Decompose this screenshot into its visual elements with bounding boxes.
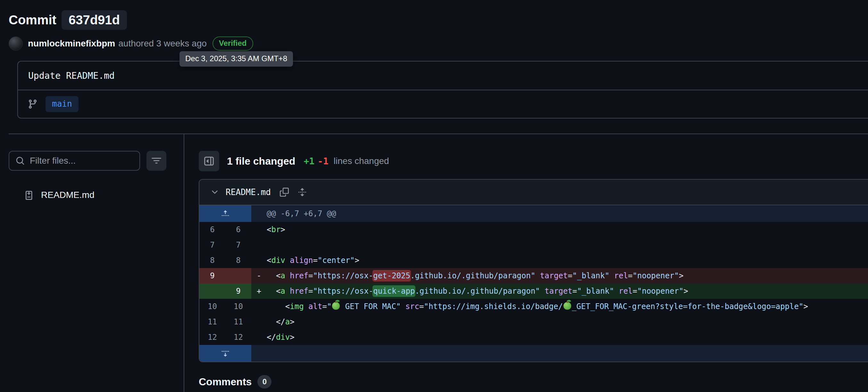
page-title: Commit 637d91d xyxy=(9,8,868,31)
copy-icon xyxy=(280,188,289,197)
sidebar-collapse-icon xyxy=(204,156,214,167)
code-line: </div> xyxy=(267,330,868,345)
new-line-number[interactable]: 6 xyxy=(225,222,251,237)
expand-row-filler xyxy=(251,345,868,362)
green-apple-emoji xyxy=(563,302,571,310)
diff-table: @@ -6,7 +6,7 @@ 66<br>7788<div align="ce… xyxy=(199,205,868,362)
fold-down-icon xyxy=(221,349,229,357)
diff-marker xyxy=(251,237,267,253)
filter-icon xyxy=(152,156,161,166)
diff-marker xyxy=(251,222,267,237)
commit-page: { "page": { "title_prefix": "Commit", "c… xyxy=(0,0,868,392)
new-line-number[interactable]: 10 xyxy=(225,299,251,314)
comments-count-badge: 0 xyxy=(257,375,272,389)
unfold-icon xyxy=(298,188,307,197)
comments-section-header: Comments 0 xyxy=(199,375,868,389)
old-line-number[interactable]: 8 xyxy=(199,253,225,268)
code-line: <a href="https://osx-get-2025.github.io/… xyxy=(267,268,868,284)
commit-message-card: Update README.md main xyxy=(17,61,868,119)
diff-line-context: 66<br> xyxy=(199,222,868,237)
new-line-number[interactable]: 11 xyxy=(225,314,251,330)
old-line-number[interactable]: 7 xyxy=(199,237,225,253)
code-line: <br> xyxy=(267,222,868,237)
file-diff-header: README.md xyxy=(199,180,868,205)
commit-branch-row: main xyxy=(18,90,868,118)
file-tree-sidebar: README.md xyxy=(0,134,184,392)
new-line-number[interactable]: 9 xyxy=(225,284,251,299)
hunk-header-text: @@ -6,7 +6,7 @@ xyxy=(251,205,336,222)
old-line-number[interactable]: 10 xyxy=(199,299,225,314)
diff-main-column: 1 file changed +1 -1 lines changed READM… xyxy=(184,134,868,392)
diff-line-context: 88<div align="center"> xyxy=(199,253,868,268)
page-title-prefix: Commit xyxy=(9,13,56,27)
diff-marker: + xyxy=(251,284,267,299)
verified-badge[interactable]: Verified xyxy=(213,36,253,51)
expand-all-button[interactable] xyxy=(298,188,307,197)
collapse-file-button[interactable] xyxy=(210,188,219,197)
diff-line-context: 1212</div> xyxy=(199,330,868,345)
file-tree-item-label: README.md xyxy=(41,190,94,200)
diff-rows: 66<br>7788<div align="center">9- <a href… xyxy=(199,222,868,345)
diff-line-context: 1010 <img alt=" GET FOR MAC" src="https:… xyxy=(199,299,868,314)
diff-line-context: 77 xyxy=(199,237,868,253)
diff-marker xyxy=(251,314,267,330)
code-line: <div align="center"> xyxy=(267,253,868,268)
search-icon xyxy=(16,156,25,165)
filter-files-input[interactable] xyxy=(30,156,134,166)
deletions-count: -1 xyxy=(318,156,329,167)
diff-line-add: 9+ <a href="https://osx-quick-app.github… xyxy=(199,284,868,299)
author-row: numlockminefixbpm authored 3 weeks ago V… xyxy=(9,36,868,51)
changed-files-list: README.md xyxy=(9,185,184,205)
old-line-number[interactable]: 11 xyxy=(199,314,225,330)
filter-files-box[interactable] xyxy=(9,151,140,171)
new-line-number[interactable]: 8 xyxy=(225,253,251,268)
commit-message: Update README.md xyxy=(18,62,868,90)
diff-line-context: 1111 </a> xyxy=(199,314,868,330)
collapse-sidebar-button[interactable] xyxy=(199,151,219,171)
diff-marker xyxy=(251,330,267,345)
new-line-number[interactable] xyxy=(225,268,251,284)
commit-header-section: Commit 637d91d numlockminefixbpm authore… xyxy=(0,0,868,134)
old-line-number[interactable]: 9 xyxy=(199,268,225,284)
commit-sha-chip: 637d91d xyxy=(62,10,127,30)
old-line-number[interactable] xyxy=(199,284,225,299)
diffbar: 1 file changed +1 -1 lines changed xyxy=(199,151,868,171)
diff-line-del: 9- <a href="https://osx-get-2025.github.… xyxy=(199,268,868,284)
old-line-number[interactable]: 12 xyxy=(199,330,225,345)
old-line-number[interactable]: 6 xyxy=(199,222,225,237)
expand-up-button[interactable] xyxy=(199,205,251,222)
author-avatar[interactable] xyxy=(9,36,23,51)
expand-down-button[interactable] xyxy=(199,345,251,362)
code-line: <a href="https://osx-quick-app.github.io… xyxy=(267,284,868,299)
expand-bottom-row xyxy=(199,345,868,362)
branch-link[interactable]: main xyxy=(45,96,79,112)
code-line xyxy=(267,237,868,253)
comments-title: Comments xyxy=(199,376,252,388)
file-diff-icon xyxy=(25,190,35,200)
authored-time: authored 3 weeks ago xyxy=(118,38,207,49)
additions-count: +1 xyxy=(304,156,314,167)
copy-path-button[interactable] xyxy=(280,188,289,197)
diff-marker xyxy=(251,299,267,314)
code-line: <img alt=" GET FOR MAC" src="https://img… xyxy=(267,299,868,314)
hunk-header-row: @@ -6,7 +6,7 @@ xyxy=(199,205,868,222)
new-line-number[interactable]: 12 xyxy=(225,330,251,345)
section-divider xyxy=(9,134,868,134)
author-name[interactable]: numlockminefixbpm xyxy=(28,38,115,49)
content-split: README.md 1 file changed +1 -1 lines cha… xyxy=(0,134,868,392)
filter-options-button[interactable] xyxy=(147,151,166,171)
filter-row xyxy=(9,151,184,171)
files-changed-summary: 1 file changed xyxy=(227,155,295,167)
file-diff-card: README.md @@ -6,7 +6,7 @@ 66<br>7788<div… xyxy=(199,179,868,362)
file-tree-item-readme[interactable]: README.md xyxy=(9,185,184,205)
lines-changed-label: lines changed xyxy=(334,156,389,166)
diff-marker xyxy=(251,253,267,268)
diff-file-name[interactable]: README.md xyxy=(226,187,271,197)
code-line: </a> xyxy=(267,314,868,330)
new-line-number[interactable]: 7 xyxy=(225,237,251,253)
green-apple-emoji xyxy=(332,302,340,310)
date-tooltip: Dec 3, 2025, 3:35 AM GMT+8 xyxy=(180,51,293,67)
fold-up-icon xyxy=(221,209,229,218)
git-branch-icon xyxy=(28,99,38,109)
chevron-down-icon xyxy=(210,188,219,197)
